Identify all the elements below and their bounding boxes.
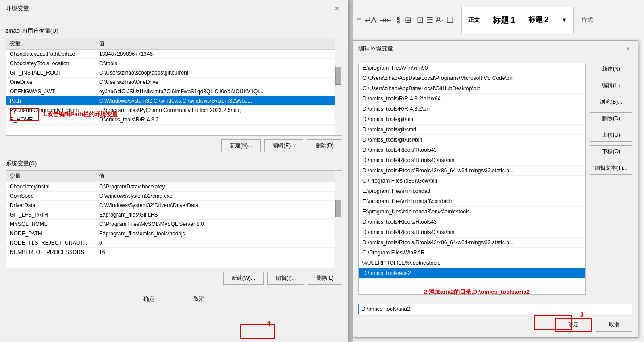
path-list-item[interactable]: C:\Users\zihao\AppData\Local\Programs\Mi… bbox=[359, 73, 585, 83]
edit-cancel-btn[interactable]: 取消 bbox=[596, 318, 632, 332]
path-list-new-item[interactable]: D:\omics_tools\aria2 bbox=[359, 268, 585, 279]
new-path-input[interactable] bbox=[358, 304, 632, 314]
sys-table-scrollbar-thumb[interactable] bbox=[335, 200, 341, 217]
user-var-row[interactable]: OneDriveC:\Users\zihao\OneDrive bbox=[6, 78, 342, 87]
user-edit-btn[interactable]: 编辑(E)... bbox=[264, 139, 303, 152]
format-icon-6: ⊡ bbox=[417, 15, 424, 25]
col-var-header: 变量 bbox=[6, 38, 96, 50]
user-new-btn[interactable]: 新建(N)... bbox=[221, 139, 261, 152]
sys-var-row[interactable]: MYSQL_HOMEC:\Program Files\MySQL\MySQL S… bbox=[6, 220, 342, 229]
env-dialog-bottom-buttons: 确定 取消 bbox=[6, 292, 342, 313]
user-vars-table: 变量 值 ChocolateyLastPathUpdate13348728989… bbox=[6, 38, 342, 125]
path-list-item[interactable]: E:\program_files\miniconda3\envs\omicsto… bbox=[359, 207, 585, 217]
path-list-item[interactable]: D:\omics_tools\R\R-4.3.2\bin bbox=[359, 104, 585, 114]
sys-var-row[interactable]: DriverDataC:\Windows\System32\Drivers\Dr… bbox=[6, 201, 342, 210]
path-list-item[interactable]: C:\Users\zihao\AppData\Local\GitHubDeskt… bbox=[359, 83, 585, 94]
user-var-row[interactable]: ChocolateyLastPathUpdate1334872898967713… bbox=[6, 50, 342, 59]
user-table-scrollbar[interactable] bbox=[335, 38, 342, 135]
format-icon-8: A· bbox=[436, 15, 444, 25]
sys-col-value-header: 值 bbox=[96, 171, 342, 182]
sys-new-btn[interactable]: 新建(W)... bbox=[223, 272, 264, 285]
styles-label: 样式 bbox=[582, 16, 593, 24]
env-ok-btn[interactable]: 确定 bbox=[127, 292, 171, 306]
path-list-item[interactable]: E:\program_files\Vim\vim90 bbox=[359, 63, 585, 73]
col-value-header: 值 bbox=[96, 38, 342, 50]
path-list-item[interactable]: %USERPROFILE%\.dotnet\tools bbox=[359, 258, 585, 268]
style-normal[interactable]: 正文 bbox=[462, 7, 486, 33]
edit-move-down-btn[interactable]: 下移(O) bbox=[590, 145, 632, 158]
user-var-row[interactable]: OPENGWAS_JWTeyJhbGciOiJSUzI1NilsImtpZCl6… bbox=[6, 87, 342, 96]
user-vars-label: zihao 的用户变量(U) bbox=[6, 27, 342, 35]
edit-move-up-btn[interactable]: 上移(U) bbox=[590, 129, 632, 142]
path-list-item[interactable]: C:\Program Files\WinRAR bbox=[359, 248, 585, 258]
path-list-item[interactable]: D:/omics_tools/Rtools/Rtools43 bbox=[359, 217, 585, 227]
style-heading1[interactable]: 标题 1 bbox=[486, 7, 522, 33]
user-var-row[interactable]: ChocolateyToolsLocationC:\tools bbox=[6, 59, 342, 68]
format-icon-9: ☐ bbox=[446, 15, 453, 25]
edit-env-dialog: 编辑环境变量 × E:\program_files\Vim\vim90C:\Us… bbox=[353, 40, 638, 338]
edit-env-close[interactable]: × bbox=[623, 44, 632, 53]
sys-table-scrollbar[interactable] bbox=[335, 171, 342, 268]
path-list-item[interactable]: C:\Program Files (x86)\Gow\bin bbox=[359, 176, 585, 186]
edit-browse-btn[interactable]: 浏览(B)... bbox=[590, 96, 632, 108]
user-vars-buttons: 新建(N)... 编辑(E)... 删除(D) bbox=[6, 139, 342, 152]
path-list-item[interactable]: D:\omics_tools\git\bin bbox=[359, 114, 585, 125]
user-var-row[interactable]: R_HOMED:\omics_tools\R\R-4.3.2 bbox=[6, 115, 342, 125]
path-list-item[interactable]: D:/omics_tools/Rtools/Rtools43/usr/bin bbox=[359, 227, 585, 238]
edit-delete-btn[interactable]: 删除(D) bbox=[590, 112, 632, 125]
env-variables-dialog: 环境变量 ✕ zihao 的用户变量(U) 变量 值 ChocolateyLas… bbox=[0, 0, 348, 342]
sys-var-row[interactable]: ComSpecC:\windows\system32\cmd.exe bbox=[6, 192, 342, 201]
styles-dropdown[interactable]: ▼ bbox=[555, 7, 574, 33]
user-var-row[interactable]: PathC:\Windows\system32;C:\windows;C:\wi… bbox=[6, 96, 342, 106]
edit-new-btn[interactable]: 新建(N) bbox=[590, 63, 632, 75]
edit-env-title: 编辑环境变量 bbox=[358, 45, 393, 53]
path-list-item[interactable]: D:\omics_tools\Rtools\Rtools43\x86_64-w6… bbox=[359, 166, 585, 176]
user-vars-table-container: 变量 值 ChocolateyLastPathUpdate13348728989… bbox=[6, 38, 342, 136]
user-delete-btn[interactable]: 删除(D) bbox=[307, 139, 342, 152]
sys-var-row[interactable]: NODE_PATHE:\program_files\omics_tools\no… bbox=[6, 229, 342, 238]
format-icon-5: ⊞ bbox=[405, 15, 411, 25]
sys-var-row[interactable]: NUMBER_OF_PROCESSORS16 bbox=[6, 248, 342, 257]
path-list-item[interactable]: E:\program_files\miniconda3 bbox=[359, 186, 585, 196]
env-dialog-titlebar: 环境变量 ✕ bbox=[0, 0, 348, 17]
style-heading2[interactable]: 标题 2 bbox=[522, 7, 555, 33]
edit-text-btn[interactable]: 编辑文本(T)... bbox=[590, 162, 632, 175]
env-cancel-btn[interactable]: 取消 bbox=[177, 292, 221, 306]
edit-env-titlebar: 编辑环境变量 × bbox=[353, 41, 638, 57]
system-vars-table: 变量 值 ChocolateyInstallC:\ProgramData\cho… bbox=[6, 171, 342, 257]
path-list-item[interactable]: D:\omics_tools\R\R-4.3.2\bin\x64 bbox=[359, 94, 585, 104]
sys-var-row[interactable]: NODE_TLS_REJECT_UNAUT...0 bbox=[6, 238, 342, 248]
format-icon-1: ≡ bbox=[357, 15, 362, 25]
user-var-row[interactable]: PyCharm Community EditionE:\program_file… bbox=[6, 106, 342, 115]
path-list: E:\program_files\Vim\vim90C:\Users\zihao… bbox=[359, 63, 585, 279]
edit-bottom-buttons: 确定 取消 bbox=[358, 318, 632, 332]
format-icon-3: ⇥↵ bbox=[379, 15, 393, 25]
word-styles-box: 正文 标题 1 标题 2 ▼ bbox=[461, 7, 574, 33]
edit-ok-btn[interactable]: 确定 bbox=[555, 318, 592, 332]
edit-bottom-section: 确定 取消 bbox=[353, 300, 638, 337]
sys-var-row[interactable]: ChocolateyInstallC:\ProgramData\chocolat… bbox=[6, 182, 342, 192]
path-list-item[interactable]: D:/omics_tools/Rtools/Rtools43/x86_64-w6… bbox=[359, 238, 585, 248]
path-list-item[interactable]: E:\program_files\miniconda3\condabin bbox=[359, 196, 585, 207]
format-icon-7: ☰ bbox=[426, 15, 433, 25]
edit-right-buttons: 新建(N) 编辑(E) 浏览(B)... 删除(D) 上移(U) 下移(O) 编… bbox=[590, 63, 632, 295]
env-dialog-title: 环境变量 bbox=[6, 4, 29, 13]
env-dialog-close[interactable]: ✕ bbox=[332, 4, 342, 13]
sys-delete-btn[interactable]: 删除(L) bbox=[308, 272, 342, 285]
format-icon-4: ❡ bbox=[395, 15, 402, 25]
edit-edit-btn[interactable]: 编辑(E) bbox=[590, 79, 632, 92]
format-icon-2: ↵A bbox=[365, 15, 377, 25]
sys-col-var-header: 变量 bbox=[6, 171, 96, 182]
sys-var-row[interactable]: GIT_LFS_PATHE:\program_files\Git LFS bbox=[6, 210, 342, 220]
path-list-item[interactable]: D:\omics_tools\git\cmd bbox=[359, 125, 585, 135]
user-var-row[interactable]: GIT_INSTALL_ROOTC:\Users\zihao\scoop\app… bbox=[6, 68, 342, 78]
path-list-item[interactable]: D:\omics_tools\Rtools\Rtools43 bbox=[359, 145, 585, 155]
toolbar-icons: ≡ ↵A ⇥↵ ❡ ⊞ ⊡ ☰ A· ☐ bbox=[357, 15, 453, 25]
env-dialog-body: zihao 的用户变量(U) 变量 值 ChocolateyLastPathUp… bbox=[0, 17, 348, 319]
sys-edit-btn[interactable]: 编辑(I)... bbox=[267, 272, 304, 285]
system-vars-label: 系统变量(S) bbox=[6, 159, 342, 167]
user-table-scrollbar-thumb[interactable] bbox=[335, 67, 341, 85]
path-list-item[interactable]: D:\omics_tools\git\usr\bin bbox=[359, 135, 585, 145]
path-list-item[interactable]: D:\omics_tools\Rtools\Rtools43\usr\bin bbox=[359, 155, 585, 166]
path-list-container: E:\program_files\Vim\vim90C:\Users\zihao… bbox=[358, 63, 586, 295]
